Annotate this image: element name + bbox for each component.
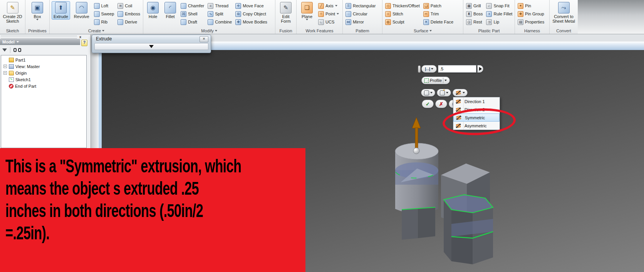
ribbon-group-plastic-part: ▦Grill ♜Boss ◶Rest ⌐Snap Fit ◗Rule Fille… — [463, 0, 515, 34]
trim-button[interactable]: ✂Trim — [423, 10, 454, 18]
group-label: Primitives — [28, 28, 47, 33]
tree-item-view-master[interactable]: + View: Master — [1, 63, 86, 70]
split-button[interactable]: ∿Split — [207, 10, 233, 18]
combine-button[interactable]: Combine — [207, 18, 233, 26]
move-face-button[interactable]: ✛Move Face — [235, 2, 268, 10]
profile-button[interactable]: Profile — [421, 77, 450, 84]
menu-item-direction-2[interactable]: Direction 2 — [453, 105, 500, 113]
lip-icon: ⊐ — [486, 19, 492, 25]
ucs-button[interactable]: ∟UCS — [317, 18, 340, 26]
pin-group-icon: ❖ — [518, 11, 523, 17]
ribbon-group-sketch: ✎ Create 2D Sketch Sketch — [0, 0, 25, 34]
cancel-button[interactable]: ✗ — [435, 100, 447, 108]
ok-button[interactable]: ✓ — [422, 100, 434, 108]
distance-icon: |↔| — [425, 67, 430, 71]
panel-grip[interactable] — [1, 36, 77, 38]
rectangular-pattern-icon: ⠿ — [345, 3, 351, 9]
boss-button[interactable]: ♜Boss — [465, 10, 483, 18]
coil-button[interactable]: ≋Coil — [117, 2, 141, 10]
mirror-icon: ⋈ — [345, 19, 351, 25]
dialog-close-button[interactable]: ✕ — [200, 36, 208, 42]
pin-icon: ✦ — [518, 3, 523, 9]
rib-button[interactable]: Rib — [93, 18, 115, 26]
mirror-button[interactable]: ⋈Mirror — [345, 18, 376, 26]
direction-dropdown-button[interactable] — [453, 89, 468, 97]
pin-button[interactable]: ✦Pin — [517, 2, 545, 10]
expand-icon[interactable]: + — [3, 65, 7, 68]
tree-item-end-of-part[interactable]: End of Part — [1, 83, 86, 89]
shell-button[interactable]: 回Shell — [180, 10, 205, 18]
plane-button[interactable]: ❏ Plane — [299, 1, 315, 21]
group-menu-surface[interactable]: Surface — [382, 28, 463, 33]
extrude-button[interactable]: ⬆ Extrude — [52, 1, 70, 20]
group-menu-create[interactable]: Create — [50, 28, 143, 33]
cylinder-solid[interactable] — [395, 143, 438, 272]
create-2d-sketch-icon: ✎ — [7, 2, 18, 13]
group-label: Sketch — [6, 28, 19, 33]
snap-fit-button[interactable]: ⌐Snap Fit — [485, 2, 513, 10]
move-bodies-button[interactable]: ✥Move Bodies — [235, 18, 268, 26]
delete-face-button[interactable]: ✕Delete Face — [423, 18, 454, 26]
tree-item-origin[interactable]: + Origin — [1, 70, 86, 76]
lip-button[interactable]: ⊐Lip — [485, 18, 513, 26]
extrude-dialog[interactable]: Extrude ✕ — [92, 35, 211, 53]
circular-pattern-button[interactable]: ◌Circular — [345, 10, 376, 18]
axis-button[interactable]: ╱Axis — [317, 2, 340, 10]
circular-pattern-icon: ◌ — [345, 11, 351, 17]
mini-toolbar-grip[interactable] — [418, 65, 421, 73]
chamfer-button[interactable]: Chamfer — [180, 2, 205, 10]
menu-item-asymmetric[interactable]: Asymmetric — [453, 122, 500, 130]
filter-icon[interactable] — [2, 48, 7, 52]
draft-button[interactable]: Draft — [180, 18, 205, 26]
revolve-button[interactable]: ◠ Revolve — [72, 1, 91, 20]
point-button[interactable]: ✧Point — [317, 10, 340, 18]
stitch-button[interactable]: ⌗Stitch — [384, 10, 421, 18]
rule-fillet-button[interactable]: ◗Rule Fillet — [485, 10, 513, 18]
browser-header[interactable]: Model — [0, 39, 80, 45]
manipulator-ball[interactable] — [413, 148, 419, 154]
fillet-button[interactable]: ◜ Fillet — [163, 1, 178, 20]
expand-icon[interactable]: + — [3, 71, 7, 75]
box-primitive-button[interactable]: ▣ Box — [28, 1, 47, 21]
convert-to-sheet-metal-button[interactable]: ⤳ Convert to Sheet Metal — [552, 1, 576, 24]
chamfer-icon — [181, 3, 186, 9]
group-menu-modify[interactable]: Modify — [143, 28, 275, 33]
coil-icon: ≋ — [117, 3, 123, 9]
annotation-text: This is a "Symmetric" extrusion, which m… — [5, 155, 310, 244]
output-solid-button[interactable] — [421, 89, 435, 97]
hole-button[interactable]: ◉ Hole — [145, 1, 161, 20]
copy-object-button[interactable]: ⧉Copy Object — [235, 10, 268, 18]
loft-button[interactable]: Loft — [93, 2, 115, 10]
thicken-offset-button[interactable]: ◇Thicken/Offset — [384, 2, 421, 10]
menu-item-symmetric[interactable]: Symmetric — [453, 113, 500, 122]
toolbar-divider — [10, 47, 10, 53]
distance-input[interactable] — [438, 65, 476, 73]
sculpt-button[interactable]: ◍Sculpt — [384, 18, 421, 26]
ribbon-group-create: ⬆ Extrude ◠ Revolve Loft Sweep Rib ≋Coil… — [50, 0, 143, 34]
rest-button[interactable]: ◶Rest — [465, 18, 483, 26]
tree-item-part1[interactable]: Part1 — [1, 57, 86, 63]
boolean-new-solid-button[interactable] — [437, 89, 451, 97]
dialog-collapsed-bar[interactable] — [94, 43, 208, 50]
tree-item-sketch1[interactable]: ✎ Sketch1 — [1, 76, 86, 83]
patch-button[interactable]: ❑Patch — [423, 2, 454, 10]
chevron-down-icon — [430, 92, 433, 93]
extent-type-button[interactable]: |↔| — [421, 65, 437, 73]
hex-prism-solid[interactable] — [444, 195, 493, 264]
properties-button[interactable]: ▤Properties — [517, 18, 545, 26]
grill-button[interactable]: ▦Grill — [465, 2, 483, 10]
split-icon: ∿ — [208, 11, 213, 17]
pin-group-button[interactable]: ❖Pin Group — [517, 10, 545, 18]
hole-icon: ◉ — [147, 2, 159, 13]
create-2d-sketch-button[interactable]: ✎ Create 2D Sketch — [2, 1, 23, 24]
emboss-icon — [117, 11, 123, 17]
emboss-button[interactable]: Emboss — [117, 10, 141, 18]
derive-button[interactable]: Derive — [117, 18, 141, 26]
edit-form-button[interactable]: ✎ Edit Form — [277, 1, 294, 24]
direction-menu: Direction 1 Direction 2 Symmetric Asymme… — [453, 97, 500, 130]
sweep-button[interactable]: Sweep — [93, 10, 115, 18]
thread-button[interactable]: ≡Thread — [207, 2, 233, 10]
find-icon[interactable] — [13, 48, 21, 52]
menu-item-direction-1[interactable]: Direction 1 — [453, 97, 500, 105]
rectangular-pattern-button[interactable]: ⠿Rectangular — [345, 2, 376, 10]
